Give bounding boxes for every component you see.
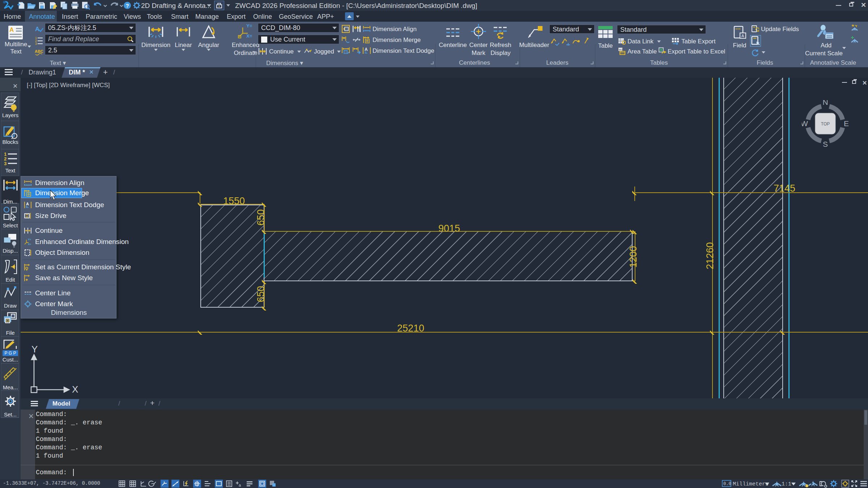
svg-text:Y=: Y= [246, 23, 252, 29]
svg-text:E: E [844, 119, 849, 128]
svg-text:?: ? [125, 3, 129, 9]
svg-text:A: A [9, 26, 14, 33]
svg-text:Y: Y [31, 345, 38, 355]
svg-text:A: A [741, 34, 744, 38]
svg-text:3: 3 [4, 161, 7, 165]
svg-text:Y=: Y= [28, 238, 31, 241]
svg-text:0.0: 0.0 [723, 481, 731, 487]
svg-text:A: A [365, 47, 368, 52]
svg-text:A: A [26, 202, 29, 206]
svg-text:a: a [239, 483, 241, 487]
svg-text:X: X [72, 384, 78, 395]
svg-text:X=: X= [28, 243, 31, 245]
svg-text:1:1: 1:1 [782, 481, 791, 487]
svg-text:TOP: TOP [821, 121, 830, 127]
svg-text:M2: M2 [619, 48, 623, 51]
svg-text:W: W [802, 119, 808, 128]
svg-text:ABC: ABC [35, 49, 43, 53]
svg-text:S: S [823, 140, 828, 147]
svg-text:A: A [35, 26, 39, 33]
svg-text:N: N [822, 100, 828, 106]
svg-text:3: 3 [35, 42, 37, 46]
svg-text:Millimeters: Millimeters [733, 481, 769, 487]
svg-text:X=: X= [246, 33, 252, 39]
